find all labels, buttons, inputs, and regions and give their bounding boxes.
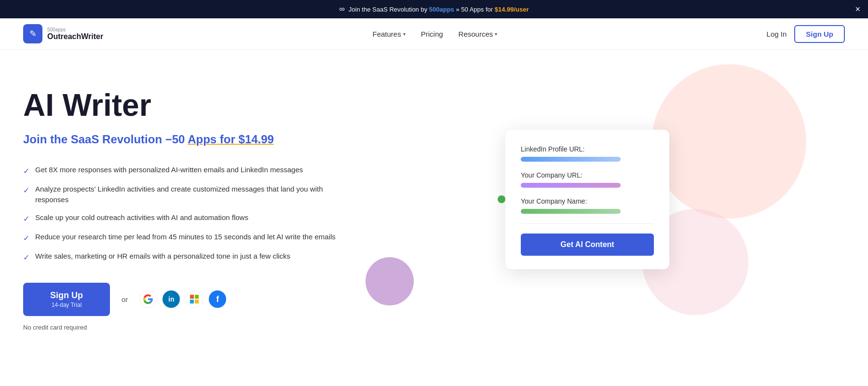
nav-features-link[interactable]: Features ▾ <box>373 30 406 38</box>
feature-item-5: ✓ Write sales, marketing or HR emails wi… <box>23 251 351 263</box>
hero-left: AI Writer Join the SaaS Revolution −50 A… <box>23 79 351 331</box>
logo-icon: ✎ <box>23 24 42 43</box>
company-url-field: Your Company URL: <box>521 171 654 188</box>
no-credit-text: No credit card required <box>23 324 351 331</box>
nav-pricing-link[interactable]: Pricing <box>421 30 443 38</box>
social-icons: in f <box>139 290 226 308</box>
company-name-label: Your Company Name: <box>521 197 654 205</box>
check-icon-3: ✓ <box>23 213 29 225</box>
logo-text: 500apps OutreachWriter <box>47 27 103 41</box>
linkedin-url-field: LinkedIn Profile URL: <box>521 145 654 162</box>
feature-item-1: ✓ Get 8X more responses with personalize… <box>23 165 351 177</box>
logo-link[interactable]: ✎ 500apps OutreachWriter <box>23 24 103 43</box>
google-signin-icon[interactable] <box>139 290 157 308</box>
banner-brand-link[interactable]: 500apps <box>429 6 454 13</box>
features-chevron-icon: ▾ <box>403 31 406 37</box>
linkedin-url-input[interactable] <box>521 157 621 162</box>
feature-item-3: ✓ Scale up your cold outreach activities… <box>23 212 351 225</box>
get-ai-label: Get AI Content <box>560 240 614 249</box>
hero-right: LinkedIn Profile URL: Your Company URL: … <box>351 79 845 320</box>
hero-subtitle: Join the SaaS Revolution −50 Apps for $1… <box>23 132 351 147</box>
check-icon-2: ✓ <box>23 185 29 196</box>
linkedin-url-label: LinkedIn Profile URL: <box>521 145 654 153</box>
company-url-label: Your Company URL: <box>521 171 654 179</box>
logo-name-text: OutreachWriter <box>47 32 103 41</box>
banner-close-button[interactable]: × <box>855 5 860 14</box>
hero-subtitle-link: Apps for $14.99 <box>188 133 274 146</box>
cta-area: Sign Up 14-day Trial or in <box>23 283 351 316</box>
check-icon-4: ✓ <box>23 233 29 244</box>
nav-links: Features ▾ Pricing Resources ▾ <box>373 30 498 38</box>
check-icon-5: ✓ <box>23 252 29 263</box>
blob-peach <box>652 64 806 219</box>
nav-actions: Log In Sign Up <box>767 25 845 43</box>
top-banner: ∞ Join the SaaS Revolution by 500apps » … <box>0 0 868 18</box>
login-link[interactable]: Log In <box>767 30 787 38</box>
cta-signup-label: Sign Up <box>50 290 83 301</box>
facebook-signin-icon[interactable]: f <box>209 290 226 308</box>
hero-section: AI Writer Join the SaaS Revolution −50 A… <box>0 50 868 363</box>
nav-resources-link[interactable]: Resources ▾ <box>459 30 498 38</box>
banner-price: $14.99/user <box>495 6 529 13</box>
check-icon-1: ✓ <box>23 165 29 177</box>
nav-signup-button[interactable]: Sign Up <box>794 25 845 43</box>
get-ai-content-button[interactable]: Get AI Content <box>521 234 654 256</box>
feature-text-4: Reduce your research time per lead from … <box>35 232 336 243</box>
blob-green-dot <box>498 195 505 203</box>
feature-item-2: ✓ Analyze prospects' LinkedIn activities… <box>23 184 351 206</box>
logo-small-text: 500apps <box>47 27 103 32</box>
features-list: ✓ Get 8X more responses with personalize… <box>23 165 351 263</box>
or-text: or <box>122 295 128 303</box>
hero-title: AI Writer <box>23 88 351 122</box>
microsoft-signin-icon[interactable] <box>186 290 203 308</box>
feature-text-5: Write sales, marketing or HR emails with… <box>35 251 290 262</box>
feature-text-3: Scale up your cold outreach activities w… <box>35 212 248 223</box>
form-divider <box>521 223 654 224</box>
company-name-field: Your Company Name: <box>521 197 654 214</box>
banner-icon: ∞ <box>339 5 344 14</box>
feature-text-2: Analyze prospects' LinkedIn activities a… <box>35 184 351 206</box>
ai-form-card: LinkedIn Profile URL: Your Company URL: … <box>505 130 669 269</box>
banner-text: Join the SaaS Revolution by 500apps » 50… <box>349 6 529 13</box>
navbar: ✎ 500apps OutreachWriter Features ▾ Pric… <box>0 18 868 50</box>
cta-trial-label: 14-day Trial <box>52 302 82 308</box>
feature-item-4: ✓ Reduce your research time per lead fro… <box>23 232 351 244</box>
feature-text-1: Get 8X more responses with personalized … <box>35 165 303 176</box>
company-url-input[interactable] <box>521 183 621 188</box>
resources-chevron-icon: ▾ <box>495 31 497 37</box>
cta-signup-button[interactable]: Sign Up 14-day Trial <box>23 283 110 316</box>
company-name-input[interactable] <box>521 209 621 214</box>
blob-purple <box>366 257 414 305</box>
linkedin-signin-icon[interactable]: in <box>163 290 180 308</box>
